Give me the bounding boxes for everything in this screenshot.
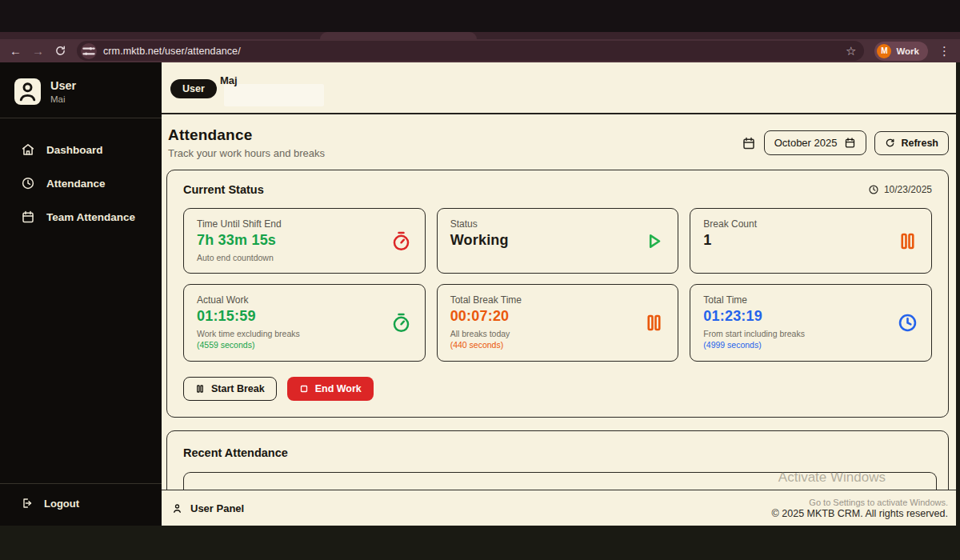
- header-username: Maj: [220, 74, 238, 86]
- calendar-icon: [844, 137, 856, 149]
- back-icon[interactable]: ←: [10, 45, 22, 57]
- browser-toolbar: ← → crm.mktb.net/user/attendance/ ☆ M Wo…: [0, 39, 960, 62]
- profile-avatar: M: [877, 44, 891, 58]
- pause-icon: [643, 312, 665, 334]
- tile-actual-work: Actual Work 01:15:59 Work time excluding…: [183, 284, 426, 361]
- sidebar-item-label: Attendance: [46, 178, 106, 190]
- sidebar-user-name: User: [50, 79, 76, 93]
- month-selector-value: October 2025: [774, 137, 838, 149]
- month-selector[interactable]: October 2025: [764, 130, 867, 155]
- forward-icon[interactable]: →: [32, 45, 44, 57]
- app-window: User Mai Dashboard Attendance: [0, 62, 956, 526]
- refresh-button[interactable]: Refresh: [874, 131, 949, 155]
- role-badge: User: [170, 79, 217, 98]
- logout-label: Logout: [44, 498, 79, 510]
- copyright-text: © 2025 MKTB CRM. All rights reserved.: [772, 508, 948, 519]
- main-panel: User Maj Attendance Track your work hour…: [162, 62, 956, 526]
- sidebar-item-team-attendance[interactable]: Team Attendance: [0, 200, 162, 234]
- calendar-icon: [21, 210, 35, 224]
- window-titlebar: [0, 0, 960, 32]
- sidebar-item-attendance[interactable]: Attendance: [0, 166, 162, 200]
- start-break-label: Start Break: [211, 383, 265, 394]
- logout-button[interactable]: Logout: [21, 497, 149, 510]
- play-icon: [643, 230, 665, 252]
- tile-time-until-shift-end: Time Until Shift End 7h 33m 15s Auto end…: [183, 208, 426, 274]
- sidebar-user-block: User Mai: [0, 62, 162, 118]
- recent-attendance-title: Recent Attendance: [183, 446, 937, 459]
- url-text[interactable]: crm.mktb.net/user/attendance/: [103, 46, 241, 57]
- tile-total-break-time: Total Break Time 00:07:20 All breaks tod…: [437, 284, 679, 361]
- site-settings-icon[interactable]: [81, 43, 97, 59]
- header-highlight-box: [224, 84, 324, 106]
- pause-icon: [195, 384, 205, 394]
- clock-icon: [897, 312, 918, 334]
- url-bar[interactable]: crm.mktb.net/user/attendance/ ☆: [77, 41, 864, 61]
- person-icon: [171, 502, 183, 514]
- refresh-label: Refresh: [901, 138, 938, 149]
- page-head: Attendance Track your work hours and bre…: [168, 126, 949, 159]
- status-actions: Start Break End Work: [183, 377, 932, 401]
- tile-status: Status Working: [437, 208, 679, 274]
- sidebar: User Mai Dashboard Attendance: [0, 62, 162, 526]
- reload-icon[interactable]: [54, 45, 66, 57]
- refresh-icon: [885, 138, 895, 148]
- clock-icon: [868, 184, 879, 195]
- page-footer: User Panel Go to Settings to activate Wi…: [162, 490, 956, 526]
- tile-total-time: Total Time 01:23:19 From start including…: [690, 284, 932, 361]
- current-status-title: Current Status: [183, 183, 264, 196]
- logout-icon: [21, 497, 34, 510]
- end-work-button[interactable]: End Work: [287, 377, 374, 401]
- clock-icon: [21, 176, 35, 190]
- home-icon: [21, 142, 35, 157]
- top-header: User Maj: [162, 62, 956, 114]
- profile-name: Work: [896, 46, 919, 56]
- status-tiles: Time Until Shift End 7h 33m 15s Auto end…: [183, 208, 932, 362]
- pause-icon: [897, 230, 918, 252]
- browser-menu-icon[interactable]: ⋮: [938, 45, 950, 57]
- start-break-button[interactable]: Start Break: [183, 377, 277, 401]
- stopwatch-icon: [390, 230, 412, 252]
- page-subtitle: Track your work hours and breaks: [168, 147, 325, 159]
- sidebar-item-dashboard[interactable]: Dashboard: [0, 133, 162, 166]
- sidebar-item-label: Dashboard: [46, 144, 103, 156]
- current-status-date: 10/23/2025: [868, 184, 932, 195]
- stop-icon: [299, 384, 309, 394]
- footer-user-panel: User Panel: [171, 502, 244, 514]
- page-content: Attendance Track your work hours and bre…: [162, 114, 956, 526]
- sidebar-item-label: Team Attendance: [46, 211, 135, 223]
- stopwatch-icon: [390, 312, 412, 334]
- browser-tab[interactable]: [320, 32, 477, 39]
- bookmark-star-icon[interactable]: ☆: [846, 44, 856, 58]
- page-title: Attendance: [168, 126, 325, 144]
- activate-windows-subtext: Go to Settings to activate Windows.: [809, 498, 948, 507]
- current-status-card: Current Status 10/23/2025 Time Until Shi…: [166, 170, 949, 418]
- sidebar-user-sub: Mai: [50, 94, 76, 104]
- browser-profile-chip[interactable]: M Work: [874, 42, 928, 61]
- sidebar-bottom: Logout: [0, 483, 162, 526]
- user-avatar-icon: [14, 78, 41, 105]
- end-work-label: End Work: [315, 383, 362, 394]
- tile-break-count: Break Count 1: [690, 208, 932, 274]
- activate-windows-watermark: Activate Windows: [778, 470, 886, 486]
- sidebar-nav: Dashboard Attendance Team Attendance: [0, 118, 162, 234]
- footer-panel-label: User Panel: [190, 502, 244, 514]
- browser-tabstrip: [0, 32, 960, 39]
- calendar-icon: [742, 136, 756, 150]
